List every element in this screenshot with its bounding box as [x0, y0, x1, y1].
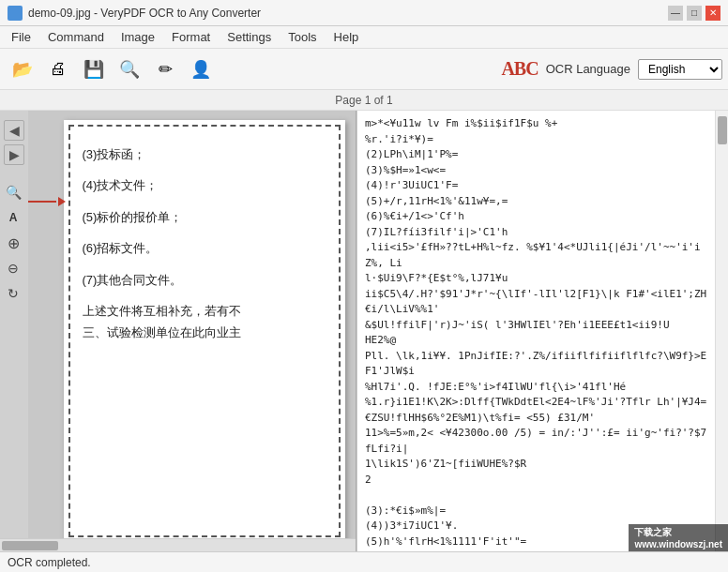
window-controls: — □ ✕: [668, 6, 720, 21]
erase-button[interactable]: ✏: [148, 53, 182, 86]
save-button[interactable]: 💾: [77, 53, 111, 86]
status-bar: OCR completed.: [0, 551, 728, 572]
maximize-button[interactable]: □: [687, 6, 702, 21]
user-button[interactable]: 👤: [184, 53, 218, 86]
scroll-thumb-vertical[interactable]: [718, 116, 727, 144]
arrow-line: [28, 201, 56, 203]
doc-text-content: (3)投标函； (4)技术文件； (5)标价的报价单； (6)招标文件。 (7)…: [78, 134, 331, 354]
doc-tools: 🔍 A ⊕ ⊖ ↻: [2, 181, 28, 305]
left-panel: ◀ ▶ 🔍 A ⊕ ⊖ ↻ (3)投标: [0, 111, 356, 551]
doc-area[interactable]: (3)投标函； (4)技术文件； (5)标价的报价单； (6)招标文件。 (7)…: [28, 111, 356, 538]
menu-format[interactable]: Format: [164, 28, 218, 46]
menu-command[interactable]: Command: [40, 28, 112, 46]
next-page-button[interactable]: ▶: [4, 144, 24, 165]
text-tool-button[interactable]: A: [2, 206, 24, 229]
watermark: 下载之家 www.windowszj.net: [629, 524, 728, 551]
prev-page-button[interactable]: ◀: [4, 120, 24, 141]
close-button[interactable]: ✕: [705, 6, 720, 21]
nav-arrows: ◀ ▶: [0, 111, 28, 551]
doc-page: (3)投标函； (4)技术文件； (5)标价的报价单； (6)招标文件。 (7)…: [64, 120, 345, 538]
ocr-text-output: m>*<¥u11w lv Fm i%$ii$if1F$u %+ %r.'i?i*…: [356, 111, 715, 551]
horizontal-scrollbar[interactable]: [0, 538, 356, 551]
zoom-out-button[interactable]: ⊕: [2, 232, 24, 254]
menu-image[interactable]: Image: [114, 28, 162, 46]
rotate-button[interactable]: ↻: [2, 282, 24, 305]
vertical-scrollbar[interactable]: [715, 111, 728, 551]
menu-bar: File Command Image Format Settings Tools…: [0, 26, 728, 49]
title-bar: demo-09.jpg - VeryPDF OCR to Any Convert…: [0, 0, 728, 26]
toolbar: 📂 🖨 💾 🔍 ✏ 👤 ABC OCR Language English Chi…: [0, 49, 728, 90]
app-icon: [8, 6, 23, 21]
abc-logo: ABC: [501, 58, 538, 80]
ocr-language-label: OCR Language: [546, 62, 630, 76]
search-button[interactable]: 🔍: [113, 53, 146, 86]
status-text: OCR completed.: [8, 556, 91, 569]
menu-help[interactable]: Help: [326, 28, 367, 46]
menu-tools[interactable]: Tools: [281, 28, 324, 46]
watermark-line2: www.windowszj.net: [634, 539, 722, 549]
watermark-line1: 下载之家: [634, 526, 722, 539]
arrow-head: [58, 197, 66, 206]
arrow-indicator: [28, 197, 66, 206]
zoom-in-button[interactable]: 🔍: [2, 181, 24, 203]
right-panel-wrapper: m>*<¥u11w lv Fm i%$ii$if1F$u %+ %r.'i?i*…: [356, 111, 728, 551]
page-indicator: Page 1 of 1: [0, 90, 728, 111]
right-panel: m>*<¥u11w lv Fm i%$ii$if1F$u %+ %r.'i?i*…: [356, 111, 715, 551]
fit-page-button[interactable]: ⊖: [2, 257, 24, 279]
window-title: demo-09.jpg - VeryPDF OCR to Any Convert…: [28, 7, 261, 20]
main-content: ◀ ▶ 🔍 A ⊕ ⊖ ↻ (3)投标: [0, 111, 728, 551]
ocr-language-select[interactable]: English Chinese French German Japanese: [638, 59, 722, 80]
scan-button[interactable]: 🖨: [41, 53, 75, 86]
open-button[interactable]: 📂: [6, 53, 39, 86]
minimize-button[interactable]: —: [668, 6, 683, 21]
menu-file[interactable]: File: [4, 28, 38, 46]
menu-settings[interactable]: Settings: [220, 28, 279, 46]
